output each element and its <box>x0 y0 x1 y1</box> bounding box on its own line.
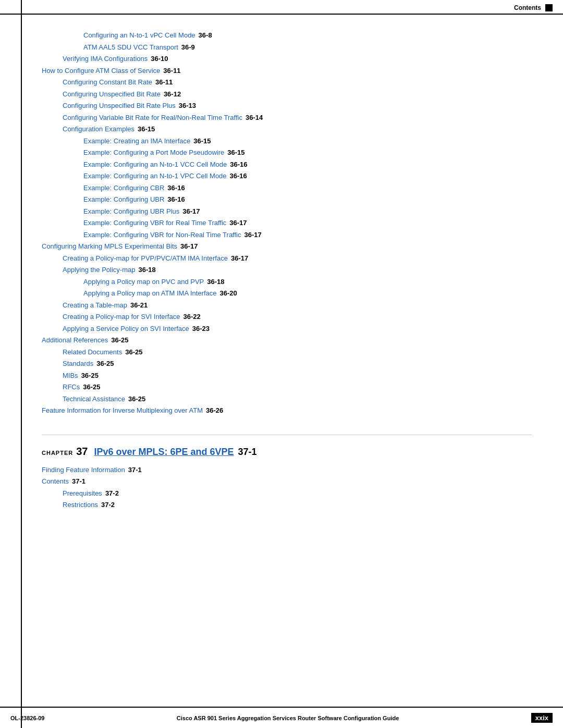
toc-page-num: 36-15 <box>138 124 155 134</box>
toc-entry: Configuring Marking MPLS Experimental Bi… <box>42 241 532 252</box>
toc-entry: Example: Configuring VBR for Non-Real Ti… <box>42 230 532 240</box>
toc-link[interactable]: Prerequisites <box>63 488 102 499</box>
toc-link[interactable]: Configuring Unspecified Bit Rate Plus <box>63 101 176 111</box>
toc-page-num: 36-8 <box>199 30 212 41</box>
toc-page-num: 37-1 <box>128 465 142 475</box>
toc-entry: Configuring Unspecified Bit Rate36-12 <box>42 89 532 100</box>
toc-link[interactable]: Creating a Policy-map for SVI Interface <box>63 312 180 322</box>
toc-entry: Prerequisites37-2 <box>42 488 532 499</box>
toc-link[interactable]: Example: Configuring an N-to-1 VPC Cell … <box>83 171 227 181</box>
toc-link[interactable]: Example: Configuring VBR for Non-Real Ti… <box>83 230 241 240</box>
toc-entry: Configuring an N-to-1 vPC Cell Mode36-8 <box>42 30 532 41</box>
footer-page-number: xxix <box>531 713 553 723</box>
toc-link[interactable]: Configuring Constant Bit Rate <box>63 77 152 88</box>
toc-entry: Configuring Unspecified Bit Rate Plus36-… <box>42 101 532 111</box>
toc-link[interactable]: Additional References <box>42 335 108 346</box>
toc-entry: Standards36-25 <box>42 359 532 369</box>
header-block <box>545 4 553 11</box>
toc-link[interactable]: Verifying IMA Configurations <box>63 54 148 64</box>
toc-entry: Applying the Policy-map36-18 <box>42 265 532 275</box>
toc-link[interactable]: Configuring Unspecified Bit Rate <box>63 89 161 100</box>
toc-link[interactable]: Applying a Service Policy on SVI Interfa… <box>63 324 189 334</box>
toc-entry: Creating a Table-map36-21 <box>42 300 532 311</box>
toc-page-num: 36-16 <box>167 183 185 193</box>
toc-link[interactable]: Example: Configuring VBR for Real Time T… <box>83 218 226 228</box>
toc-page-num: 36-17 <box>180 241 198 252</box>
toc-entry: Applying a Policy map on PVC and PVP36-1… <box>42 277 532 287</box>
header-label: Contents <box>514 4 541 11</box>
toc-link[interactable]: Contents <box>42 476 69 487</box>
toc-entry: MIBs36-25 <box>42 371 532 381</box>
toc-page-num: 36-16 <box>230 159 247 170</box>
toc-page-num: 36-17 <box>244 230 262 240</box>
page-footer: OL-23826-09 Cisco ASR 901 Series Aggrega… <box>0 707 563 728</box>
toc-page-num: 36-17 <box>231 253 248 264</box>
toc-page-num: 36-25 <box>128 394 145 404</box>
page-header: Contents <box>0 0 563 15</box>
toc-entry: Example: Configuring an N-to-1 VCC Cell … <box>42 159 532 170</box>
toc-entry: Configuring Variable Bit Rate for Real/N… <box>42 113 532 123</box>
toc-page-num: 37-1 <box>72 476 85 487</box>
toc-link[interactable]: MIBs <box>63 371 78 381</box>
toc-link[interactable]: Technical Assistance <box>63 394 125 404</box>
toc-entry: Additional References36-25 <box>42 335 532 346</box>
toc-page-num: 36-14 <box>246 113 263 123</box>
toc-page-num: 36-25 <box>125 347 142 357</box>
chapter-title[interactable]: IPv6 over MPLS: 6PE and 6VPE <box>94 447 234 458</box>
chapter-label: CHAPTER <box>42 450 73 456</box>
toc-page-num: 36-25 <box>83 382 100 392</box>
footer-doc-number: OL-23826-09 <box>10 715 44 721</box>
toc-link[interactable]: RFCs <box>63 382 80 392</box>
toc-entry: Creating a Policy-map for PVP/PVC/ATM IM… <box>42 253 532 264</box>
toc-link[interactable]: Creating a Table-map <box>63 300 127 311</box>
toc-link[interactable]: Example: Configuring an N-to-1 VCC Cell … <box>83 159 227 170</box>
toc-link[interactable]: Applying a Policy map on ATM IMA Interfa… <box>83 288 217 299</box>
toc-link[interactable]: Example: Configuring CBR <box>83 183 164 193</box>
toc-page-num: 36-25 <box>96 359 114 369</box>
toc-entry: Creating a Policy-map for SVI Interface3… <box>42 312 532 322</box>
left-rule <box>21 0 22 728</box>
toc-entry: ATM AAL5 SDU VCC Transport36-9 <box>42 42 532 53</box>
toc-entry: Example: Creating an IMA Interface36-15 <box>42 136 532 146</box>
toc-link[interactable]: Finding Feature Information <box>42 465 125 475</box>
toc-link[interactable]: Example: Configuring UBR <box>83 194 164 205</box>
toc-entry: Applying a Policy map on ATM IMA Interfa… <box>42 288 532 299</box>
toc-entry: Technical Assistance36-25 <box>42 394 532 404</box>
toc-entry: Feature Information for Inverse Multiple… <box>42 405 532 416</box>
toc-link[interactable]: Example: Creating an IMA Interface <box>83 136 190 146</box>
toc-entry: Related Documents36-25 <box>42 347 532 357</box>
toc-link[interactable]: Configuration Examples <box>63 124 134 134</box>
toc-entry: Example: Configuring UBR36-16 <box>42 194 532 205</box>
toc-link[interactable]: How to Configure ATM Class of Service <box>42 66 160 76</box>
toc-link[interactable]: Example: Configuring UBR Plus <box>83 206 179 217</box>
toc-link[interactable]: ATM AAL5 SDU VCC Transport <box>83 42 178 53</box>
toc-page-num: 36-15 <box>227 147 244 158</box>
chapter-page: 37-1 <box>238 447 257 458</box>
toc-link[interactable]: Configuring Marking MPLS Experimental Bi… <box>42 241 177 252</box>
toc-page-num: 36-22 <box>183 312 200 322</box>
toc-page-num: 36-25 <box>81 371 99 381</box>
toc-link[interactable]: Restrictions <box>63 500 98 510</box>
toc-page-num: 36-15 <box>193 136 211 146</box>
toc-page-num: 37-2 <box>105 488 119 499</box>
toc-link[interactable]: Applying the Policy-map <box>63 265 135 275</box>
toc-entry: How to Configure ATM Class of Service36-… <box>42 66 532 76</box>
toc-page-num: 36-16 <box>167 194 185 205</box>
toc-page-num: 36-13 <box>179 101 196 111</box>
toc-link[interactable]: Standards <box>63 359 93 369</box>
toc-entry: Applying a Service Policy on SVI Interfa… <box>42 324 532 334</box>
toc-link[interactable]: Configuring an N-to-1 vPC Cell Mode <box>83 30 195 41</box>
toc-link[interactable]: Example: Configuring a Port Mode Pseudow… <box>83 147 224 158</box>
toc-link[interactable]: Configuring Variable Bit Rate for Real/N… <box>63 113 242 123</box>
chapter-heading: CHAPTER37IPv6 over MPLS: 6PE and 6VPE37-… <box>42 435 532 458</box>
toc-entry: Example: Configuring VBR for Real Time T… <box>42 218 532 228</box>
toc-page-num: 36-25 <box>111 335 128 346</box>
toc-page-num: 36-20 <box>220 288 237 299</box>
toc-link[interactable]: Related Documents <box>63 347 122 357</box>
toc-entry: Restrictions37-2 <box>42 500 532 510</box>
toc-content: Configuring an N-to-1 vPC Cell Mode36-8A… <box>0 15 563 543</box>
toc-link[interactable]: Applying a Policy map on PVC and PVP <box>83 277 204 287</box>
toc-link[interactable]: Creating a Policy-map for PVP/PVC/ATM IM… <box>63 253 228 264</box>
toc-page-num: 36-26 <box>206 405 223 416</box>
toc-link[interactable]: Feature Information for Inverse Multiple… <box>42 405 203 416</box>
